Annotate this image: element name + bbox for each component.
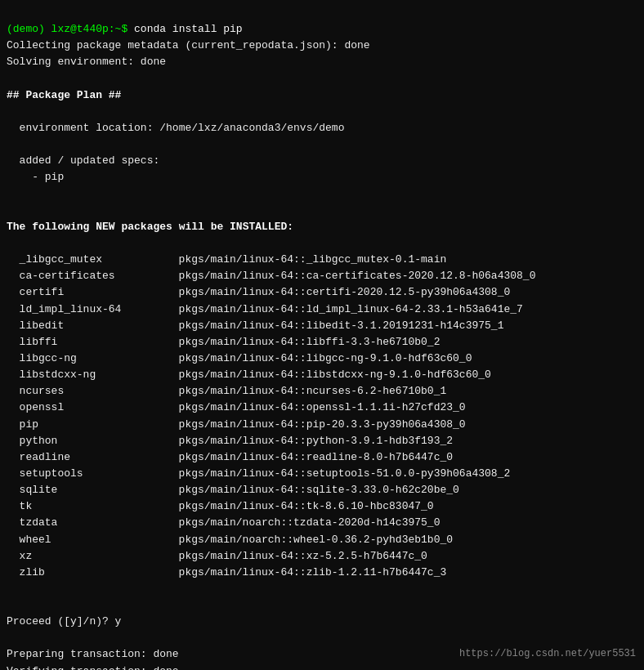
terminal-line: openssl pkgs/main/linux-64::openssl-1.1.… bbox=[7, 400, 637, 416]
package-path: pkgs/main/linux-64::_libgcc_mutex-0.1-ma… bbox=[166, 253, 446, 266]
terminal-line: Collecting package metadata (current_rep… bbox=[7, 38, 637, 54]
package-name: setuptools bbox=[7, 466, 166, 482]
package-path: pkgs/main/linux-64::libffi-3.3-he6710b0_… bbox=[166, 336, 440, 348]
package-name: tzdata bbox=[7, 515, 166, 531]
package-path: pkgs/main/linux-64::xz-5.2.5-h7b6447c_0 bbox=[166, 550, 427, 562]
package-path: pkgs/main/linux-64::sqlite-3.33.0-h62c20… bbox=[166, 484, 459, 496]
terminal-line: libgcc-ng pkgs/main/linux-64::libgcc-ng-… bbox=[7, 351, 637, 367]
terminal-line: _libgcc_mutex pkgs/main/linux-64::_libgc… bbox=[7, 252, 637, 268]
package-name: openssl bbox=[7, 400, 166, 416]
package-path: pkgs/main/linux-64::openssl-1.1.1i-h27cf… bbox=[166, 401, 466, 413]
package-name: libstdcxx-ng bbox=[7, 367, 166, 383]
terminal-line: libedit pkgs/main/linux-64::libedit-3.1.… bbox=[7, 318, 637, 334]
terminal-line: ld_impl_linux-64 pkgs/main/linux-64::ld_… bbox=[7, 302, 637, 318]
package-path: pkgs/main/linux-64::setuptools-51.0.0-py… bbox=[166, 467, 510, 480]
package-name: ld_impl_linux-64 bbox=[7, 302, 166, 318]
terminal-line: wheel pkgs/main/noarch::wheel-0.36.2-pyh… bbox=[7, 532, 637, 548]
terminal-line: (demo) lxz@t440p:~$ conda install pip bbox=[7, 21, 637, 38]
package-name: sqlite bbox=[7, 482, 166, 498]
terminal-line: Proceed ([y]/n)? y bbox=[7, 614, 637, 630]
terminal-line: ncurses pkgs/main/linux-64::ncurses-6.2-… bbox=[7, 383, 637, 400]
terminal-line: libffi pkgs/main/linux-64::libffi-3.3-he… bbox=[7, 334, 637, 351]
package-path: pkgs/main/linux-64::zlib-1.2.11-h7b6447c… bbox=[166, 566, 446, 578]
package-name: _libgcc_mutex bbox=[7, 252, 166, 268]
watermark: https://blog.csdn.net/yuer5531 bbox=[459, 646, 636, 662]
terminal-line: python pkgs/main/linux-64::python-3.9.1-… bbox=[7, 433, 637, 449]
package-path: pkgs/main/linux-64::pip-20.3.3-py39h06a4… bbox=[166, 418, 466, 431]
terminal-line bbox=[7, 581, 637, 597]
terminal-line: added / updated specs: bbox=[7, 153, 637, 169]
terminal-line bbox=[7, 71, 637, 87]
terminal-line: tk pkgs/main/linux-64::tk-8.6.10-hbc8304… bbox=[7, 498, 637, 515]
package-path: pkgs/main/linux-64::ncurses-6.2-he6710b0… bbox=[166, 385, 446, 397]
package-name: libedit bbox=[7, 318, 166, 334]
terminal-line: setuptools pkgs/main/linux-64::setuptool… bbox=[7, 466, 637, 482]
terminal-line bbox=[7, 235, 637, 252]
terminal-line bbox=[7, 203, 637, 219]
package-name: libffi bbox=[7, 334, 166, 351]
terminal-line: zlib pkgs/main/linux-64::zlib-1.2.11-h7b… bbox=[7, 565, 637, 581]
package-path: pkgs/main/linux-64::libstdcxx-ng-9.1.0-h… bbox=[166, 368, 491, 381]
prompt-text: (demo) lxz@t440p:~$ bbox=[7, 23, 127, 35]
terminal-line: tzdata pkgs/main/noarch::tzdata-2020d-h1… bbox=[7, 515, 637, 531]
package-path: pkgs/main/noarch::wheel-0.36.2-pyhd3eb1b… bbox=[166, 534, 453, 546]
package-path: pkgs/main/noarch::tzdata-2020d-h14c3975_… bbox=[166, 516, 440, 529]
package-name: readline bbox=[7, 449, 166, 466]
terminal-line: sqlite pkgs/main/linux-64::sqlite-3.33.0… bbox=[7, 482, 637, 498]
package-path: pkgs/main/linux-64::libedit-3.1.20191231… bbox=[166, 319, 503, 332]
terminal-line: ## Package Plan ## bbox=[7, 87, 637, 104]
terminal-line: The following NEW packages will be INSTA… bbox=[7, 219, 637, 235]
package-path: pkgs/main/linux-64::libgcc-ng-9.1.0-hdf6… bbox=[166, 352, 472, 364]
terminal-line bbox=[7, 630, 637, 646]
terminal-line: libstdcxx-ng pkgs/main/linux-64::libstdc… bbox=[7, 367, 637, 383]
terminal-line: environment location: /home/lxz/anaconda… bbox=[7, 120, 637, 136]
package-name: python bbox=[7, 433, 166, 449]
package-name: xz bbox=[7, 548, 166, 565]
terminal-window: (demo) lxz@t440p:~$ conda install pipCol… bbox=[7, 5, 637, 670]
package-name: zlib bbox=[7, 565, 166, 581]
package-path: pkgs/main/linux-64::certifi-2020.12.5-py… bbox=[166, 286, 510, 298]
terminal-line: pip pkgs/main/linux-64::pip-20.3.3-py39h… bbox=[7, 417, 637, 433]
package-name: ncurses bbox=[7, 383, 166, 400]
package-path: pkgs/main/linux-64::python-3.9.1-hdb3f19… bbox=[166, 435, 453, 447]
package-path: pkgs/main/linux-64::ld_impl_linux-64-2.3… bbox=[166, 303, 523, 315]
package-path: pkgs/main/linux-64::tk-8.6.10-hbc83047_0 bbox=[166, 500, 434, 512]
terminal-line bbox=[7, 597, 637, 614]
package-path: pkgs/main/linux-64::readline-8.0-h7b6447… bbox=[166, 451, 453, 463]
terminal-line: - pip bbox=[7, 169, 637, 185]
terminal-line: readline pkgs/main/linux-64::readline-8.… bbox=[7, 449, 637, 466]
terminal-line: xz pkgs/main/linux-64::xz-5.2.5-h7b6447c… bbox=[7, 548, 637, 565]
package-name: pip bbox=[7, 417, 166, 433]
package-name: libgcc-ng bbox=[7, 351, 166, 367]
terminal-line: certifi pkgs/main/linux-64::certifi-2020… bbox=[7, 284, 637, 301]
package-path: pkgs/main/linux-64::ca-certificates-2020… bbox=[166, 270, 535, 282]
command-text: conda install pip bbox=[127, 23, 242, 35]
package-name: ca-certificates bbox=[7, 268, 166, 284]
terminal-line bbox=[7, 104, 637, 120]
package-name: certifi bbox=[7, 284, 166, 301]
terminal-line bbox=[7, 136, 637, 153]
terminal-line: Solving environment: done bbox=[7, 54, 637, 70]
terminal-line: Verifying transaction: done bbox=[7, 663, 637, 670]
package-name: wheel bbox=[7, 532, 166, 548]
terminal-line: ca-certificates pkgs/main/linux-64::ca-c… bbox=[7, 268, 637, 284]
package-name: tk bbox=[7, 498, 166, 515]
terminal-line bbox=[7, 186, 637, 203]
